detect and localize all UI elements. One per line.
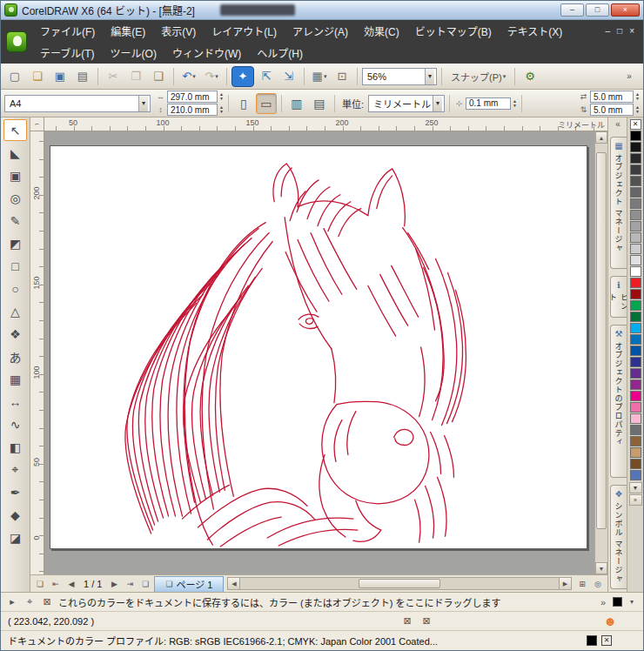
duplicate-y-spinner[interactable]: ▲▼ <box>635 105 640 114</box>
menu-table[interactable]: テーブル(T) <box>32 42 103 64</box>
vertical-ruler[interactable]: 200 150 100 50 0 <box>30 131 44 574</box>
menu-help[interactable]: ヘルプ(H) <box>249 42 311 64</box>
options-button[interactable]: ⚙ <box>520 66 540 87</box>
menu-bitmaps[interactable]: ビットマップ(B) <box>407 20 500 42</box>
color-swatch[interactable] <box>630 244 641 254</box>
color-swatch[interactable] <box>630 368 641 379</box>
page-menu-button[interactable]: ❏ <box>138 577 152 591</box>
cut-button[interactable]: ✂ <box>103 66 124 87</box>
color-swatch[interactable] <box>630 221 641 232</box>
fill-color-swatch[interactable] <box>587 635 597 646</box>
color-swatch[interactable] <box>630 413 641 424</box>
document-page[interactable] <box>50 145 587 549</box>
duplicate-y-field[interactable]: 5.0 mm <box>590 104 634 116</box>
landscape-button[interactable]: ▭ <box>256 93 277 114</box>
color-swatch[interactable] <box>630 391 641 401</box>
outline-pen-tool[interactable]: ✒ <box>3 481 27 503</box>
docker-tab-object-properties[interactable]: ⚒ オブジェクトのプロパティ <box>610 325 627 478</box>
duplicate-x-spinner[interactable]: ▲▼ <box>635 92 640 101</box>
zebra-line-art[interactable] <box>50 146 587 548</box>
paper-width-field[interactable]: 297.0 mm <box>167 91 218 103</box>
dropdown-caret-icon[interactable]: ▾ <box>324 73 327 80</box>
menu-edit[interactable]: 編集(E) <box>103 20 153 42</box>
play-icon[interactable]: ▸ <box>6 596 18 607</box>
menu-view[interactable]: 表示(V) <box>153 20 204 42</box>
page-tab[interactable]: ❏ ページ 1 <box>154 576 224 592</box>
outline-color-swatch[interactable]: ✕ <box>601 635 612 646</box>
doc-minimize-button[interactable]: – <box>606 26 611 36</box>
color-swatch[interactable] <box>630 278 641 288</box>
minimize-button[interactable]: – <box>560 3 584 17</box>
application-launcher-button[interactable]: ✦ <box>231 66 254 87</box>
paper-width-spinner[interactable]: ▲▼ <box>219 92 224 101</box>
previous-page-button[interactable]: ◀ <box>64 577 78 591</box>
docker-tab-symbol-manager[interactable]: ❖ シンボル マネージャ <box>610 485 627 589</box>
scroll-down-button[interactable]: ▼ <box>595 562 607 574</box>
vertical-scrollbar[interactable]: ▲ ▼ <box>594 131 607 574</box>
color-swatch[interactable] <box>630 142 641 152</box>
menu-arrange[interactable]: アレンジ(A) <box>285 20 356 42</box>
menu-file[interactable]: ファイル(F) <box>32 20 103 42</box>
color-swatch[interactable] <box>630 357 641 367</box>
color-swatch[interactable] <box>630 379 641 390</box>
fill-tool[interactable]: ◆ <box>3 504 27 526</box>
no-color-icon[interactable]: ⊠ <box>41 596 53 607</box>
shape-tool[interactable]: ◣ <box>3 142 27 164</box>
color-swatch[interactable] <box>630 164 641 175</box>
doc-restore-button[interactable]: □ <box>617 26 622 36</box>
polygon-tool[interactable]: △ <box>3 300 27 322</box>
crosshair-icon[interactable]: ⌖ <box>23 596 36 607</box>
color-swatch[interactable] <box>630 334 641 345</box>
color-swatch[interactable] <box>630 459 641 469</box>
new-document-button[interactable]: ▢ <box>4 66 25 87</box>
units-select[interactable]: ミリメートル ▾ <box>368 95 445 112</box>
next-page-button[interactable]: ▶ <box>107 577 121 591</box>
color-swatch[interactable] <box>630 198 641 209</box>
color-swatch[interactable] <box>630 470 641 480</box>
interactive-fill-tool[interactable]: ◪ <box>3 527 27 548</box>
last-page-button[interactable]: ⇥ <box>123 577 137 591</box>
color-eyedropper-tool[interactable]: ⌖ <box>3 459 27 480</box>
dropdown-caret-icon[interactable]: ▾ <box>192 73 196 80</box>
welcome-screen-button[interactable]: ⊡ <box>332 66 352 87</box>
ellipse-tool[interactable]: ○ <box>3 278 27 299</box>
color-swatch[interactable] <box>630 187 641 198</box>
zoom-level-select[interactable]: 56% ▾ <box>362 68 437 85</box>
undo-button[interactable]: ↶▾ <box>178 66 199 87</box>
blend-tool[interactable]: ◧ <box>3 436 27 458</box>
zoom-tool[interactable]: ◎ <box>3 187 27 209</box>
color-swatch[interactable] <box>630 266 641 277</box>
redo-button[interactable]: ↷▾ <box>201 66 222 87</box>
table-tool[interactable]: ▦ <box>3 368 27 390</box>
no-color-swatch[interactable]: ✕ <box>630 119 641 130</box>
color-swatch[interactable] <box>630 131 641 141</box>
basic-shapes-tool[interactable]: ❖ <box>3 323 27 345</box>
horizontal-scrollbar[interactable]: ◀ ▶ <box>227 577 572 590</box>
paste-button[interactable]: ❑ <box>148 66 169 87</box>
collapse-dockers-button[interactable]: « <box>608 119 627 129</box>
color-swatch[interactable] <box>630 323 641 333</box>
paper-height-spinner[interactable]: ▲▼ <box>219 105 224 114</box>
palette-expand-button[interactable]: » <box>629 494 642 506</box>
title-bar[interactable]: CorelDRAW X6 (64 ビット) - [無題-2] – □ × <box>1 1 643 20</box>
chevron-down-icon[interactable]: ▾ <box>433 96 442 111</box>
chevron-down-icon[interactable]: ▾ <box>626 598 638 606</box>
menu-effects[interactable]: 効果(C) <box>356 20 407 42</box>
apply-all-pages-button[interactable]: ▥ <box>286 93 307 114</box>
dropdown-caret-icon[interactable]: ▾ <box>215 73 218 80</box>
snap-dropdown-button[interactable]: スナップ(P) ▾ <box>446 66 510 87</box>
nudge-distance-field[interactable]: 0.1 mm <box>466 97 511 110</box>
first-page-button[interactable]: ⇤ <box>49 577 63 591</box>
smart-fill-tool[interactable]: ◩ <box>3 232 27 254</box>
palette-scroll-down-button[interactable]: ▼ <box>629 482 642 493</box>
paper-size-select[interactable]: A4 ▾ <box>4 95 151 112</box>
color-swatch[interactable] <box>630 176 641 186</box>
user-account-icon[interactable]: ☻ <box>603 614 617 628</box>
close-button[interactable]: × <box>611 3 640 17</box>
connector-tool[interactable]: ∿ <box>3 413 27 435</box>
nudge-spinner[interactable]: ▲▼ <box>513 99 517 108</box>
current-color-swatch[interactable] <box>613 597 622 607</box>
export-button[interactable]: ⇲ <box>278 66 299 87</box>
chevron-down-icon[interactable]: ▾ <box>425 69 434 84</box>
color-swatch[interactable] <box>630 436 641 446</box>
